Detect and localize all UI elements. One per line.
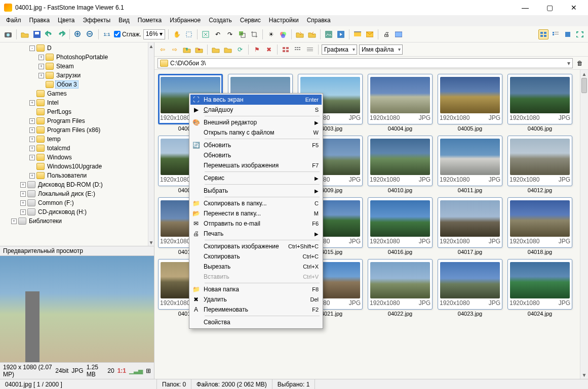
email-icon[interactable] — [365, 29, 375, 39]
tag-icon[interactable]: ⚑ — [252, 45, 262, 55]
resize-icon[interactable] — [237, 29, 247, 39]
menu-справка[interactable]: Справка — [303, 15, 335, 26]
undo-icon[interactable] — [44, 29, 54, 39]
thumbnail[interactable]: 1920x1080JPG04017.jpg — [437, 197, 503, 255]
ctx-item[interactable]: AПереименоватьF2 — [190, 305, 322, 315]
ctx-item[interactable]: Свойства — [190, 317, 322, 327]
ctx-item[interactable]: ✉Отправить по e-mailF6 — [190, 219, 322, 229]
view-list-icon[interactable] — [305, 45, 315, 55]
ctx-item[interactable]: Сервис▶ — [190, 173, 322, 183]
zoom-in-icon[interactable] — [73, 29, 83, 39]
menu-цвета[interactable]: Цвета — [54, 15, 79, 26]
minimize-button[interactable]: ― — [515, 1, 535, 15]
tree-item[interactable]: Games — [2, 89, 154, 98]
tree-item[interactable]: +CD-дисковод (H:) — [2, 207, 154, 217]
tree-item[interactable]: +Библиотеки — [2, 217, 154, 226]
fullscreen-icon[interactable] — [575, 29, 585, 39]
path-input[interactable]: C:\D\Обои 3\ ▾ — [158, 58, 573, 68]
tree-item[interactable]: Windows10Upgrade — [2, 162, 154, 171]
ctx-item[interactable]: 🖨Печать▶ — [190, 229, 322, 239]
hand-icon[interactable]: ✋ — [172, 29, 182, 39]
print-icon[interactable]: 🖨 — [381, 29, 391, 39]
filter-dropdown[interactable]: Графика — [322, 45, 357, 55]
select-icon[interactable] — [184, 29, 194, 39]
menu-правка[interactable]: Правка — [25, 15, 54, 26]
favorites-icon[interactable] — [194, 45, 204, 55]
zoom-out-icon[interactable] — [85, 29, 95, 39]
thumbnail[interactable]: 1920x1080JPG04005.jpg — [437, 74, 503, 132]
save-icon[interactable] — [32, 29, 42, 39]
folder-tree[interactable]: -D+PhotoshopPortable+Steam+ЗагрузкиОбои … — [0, 42, 154, 246]
ctx-item[interactable]: 🎨Внешний редактор▶ — [190, 117, 322, 127]
tree-item[interactable]: +Program Files (x86) — [2, 125, 154, 135]
thumbnail[interactable]: 1920x1080JPG04018.jpg — [507, 197, 573, 255]
thumbnail[interactable]: 1920x1080JPG04012.jpg — [507, 136, 573, 193]
view-large-icon[interactable] — [281, 45, 291, 55]
adjust-color-icon[interactable] — [278, 29, 288, 39]
trash-icon[interactable]: 🗑 — [575, 58, 585, 68]
home-icon[interactable] — [211, 45, 221, 55]
menu-настройки[interactable]: Настройки — [265, 15, 303, 26]
ctx-item[interactable]: Обновить — [190, 150, 322, 160]
ctx-item[interactable]: Выбрать▶ — [190, 186, 322, 196]
ctx-item[interactable]: Открыть папку с файломW — [190, 127, 322, 138]
tree-item[interactable]: +Common (F:) — [2, 198, 154, 207]
ctx-item[interactable]: Скопировать изображениеCtrl+Shift+C — [190, 241, 322, 251]
ctx-item[interactable]: 📂Перенести в папку...M — [190, 208, 322, 219]
tree-item[interactable]: +Steam — [2, 62, 154, 71]
tree-item[interactable]: +Program Files — [2, 116, 154, 125]
nav-up-icon[interactable] — [182, 45, 192, 55]
thumbnail[interactable]: 1920x1080JPG04011.jpg — [437, 136, 503, 193]
menu-эффекты[interactable]: Эффекты — [79, 15, 115, 26]
open-icon[interactable] — [20, 29, 30, 39]
tree-item[interactable]: +totalcmd — [2, 144, 154, 153]
lock-icon[interactable]: ⊞ — [146, 367, 151, 374]
tree-item[interactable]: +Пользователи — [2, 171, 154, 180]
zoom-select[interactable]: 16% ▾ — [143, 29, 165, 39]
thumbnail[interactable]: 1920x1080JPG04010.jpg — [367, 136, 433, 193]
tree-item[interactable]: +Загрузки — [2, 71, 154, 80]
tree-item[interactable]: +Дисковод BD-ROM (D:) — [2, 180, 154, 189]
menu-файл[interactable]: Файл — [2, 15, 25, 26]
tree-item[interactable]: Обои 3 — [2, 80, 154, 89]
rotate-right-icon[interactable]: ↷ — [225, 29, 235, 39]
ctx-item[interactable]: СкопироватьCtrl+C — [190, 251, 322, 262]
actual-size-icon[interactable]: 1:1 — [102, 29, 112, 39]
nav-forward-icon[interactable]: ⇨ — [170, 45, 180, 55]
menu-сервис[interactable]: Сервис — [236, 15, 265, 26]
ctx-item[interactable]: ✖УдалитьDel — [190, 294, 322, 305]
view-thumbnails-icon[interactable] — [538, 29, 548, 39]
thumb-scrollbar[interactable]: ▲ ▼ — [580, 70, 588, 379]
tree-item[interactable]: +Локальный диск (E:) — [2, 189, 154, 198]
ctx-item[interactable]: ▶СлайдшоуS — [190, 105, 322, 115]
preview-image[interactable] — [0, 256, 154, 362]
move-to-icon[interactable] — [307, 29, 317, 39]
tree-item[interactable]: +Intel — [2, 98, 154, 107]
menu-избранное[interactable]: Избранное — [166, 15, 205, 26]
histogram-icon[interactable]: ▁▃▅ — [129, 367, 143, 374]
thumbnail[interactable]: 1920x1080JPG04024.jpg — [507, 259, 573, 317]
tree-item[interactable]: PerfLogs — [2, 107, 154, 116]
close-button[interactable]: ✕ — [564, 1, 584, 15]
tree-item[interactable]: +Windows — [2, 153, 154, 162]
thumbnail[interactable]: 1920x1080JPG04006.jpg — [507, 74, 573, 132]
ctx-item[interactable]: ВырезатьCtrl+X — [190, 262, 322, 272]
sort-dropdown[interactable]: Имя файла — [359, 45, 403, 55]
view-single-icon[interactable] — [563, 29, 573, 39]
view-small-icon[interactable] — [293, 45, 303, 55]
thumbnail[interactable]: 1920x1080JPG04022.jpg — [367, 259, 433, 317]
tree-item[interactable]: -D — [2, 44, 154, 53]
thumbnail[interactable]: 1920x1080JPG04016.jpg — [367, 197, 433, 255]
adjust-light-icon[interactable]: ☀ — [266, 29, 276, 39]
view-details-icon[interactable] — [551, 29, 561, 39]
ctx-item[interactable]: 🔄ОбновитьF5 — [190, 140, 322, 150]
thumbnail[interactable]: 1920x1080JPG04023.jpg — [437, 259, 503, 317]
slideshow-icon[interactable] — [336, 29, 346, 39]
tree-item[interactable]: +PhotoshopPortable — [2, 53, 154, 62]
refresh-icon[interactable]: ⟳ — [235, 45, 245, 55]
new-folder-icon[interactable] — [223, 45, 233, 55]
tree-item[interactable]: +temp — [2, 135, 154, 144]
maximize-button[interactable]: ▢ — [539, 1, 560, 15]
smooth-checkbox[interactable]: Сглаж. — [114, 31, 141, 38]
thumbnail[interactable]: 1920x1080JPG04004.jpg — [367, 74, 433, 132]
